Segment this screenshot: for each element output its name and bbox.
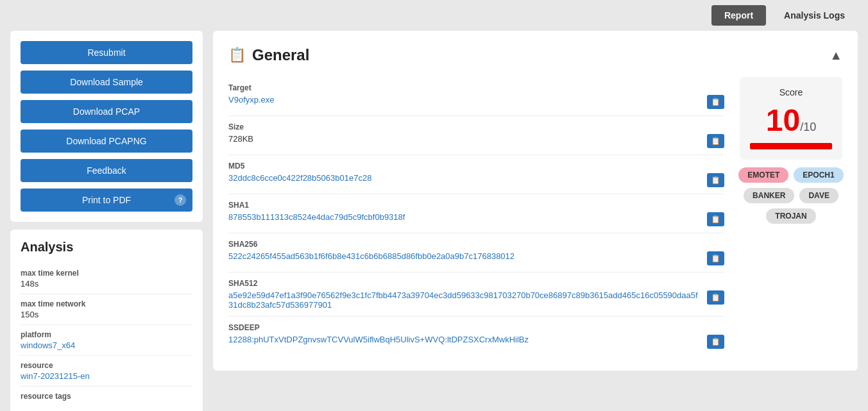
field-value-row: V9ofyxp.exe📋 xyxy=(228,95,724,109)
copy-button[interactable]: 📋 xyxy=(707,173,724,187)
analysis-row: max time kernel148s xyxy=(21,264,192,294)
score-display: 10/10 xyxy=(750,103,832,138)
copy-button[interactable]: 📋 xyxy=(707,251,724,265)
field-row: SHA256522c24265f455ad563b1f6f6b8e431c6b6… xyxy=(228,233,724,273)
field-value-row: 878553b111313c8524e4dac79d5c9fcbf0b9318f… xyxy=(228,212,724,226)
left-panel: ResubmitDownload SampleDownload PCAPDown… xyxy=(10,31,203,411)
analysis-row-label: platform xyxy=(21,330,192,339)
score-label: Score xyxy=(750,87,832,97)
score-value: 10 xyxy=(766,103,800,137)
analysis-logs-button[interactable]: Analysis Logs xyxy=(771,5,858,26)
field-value: 32ddc8c6cce0c422f28b5063b01e7c28 xyxy=(228,173,702,183)
collapse-button[interactable]: ▲ xyxy=(830,48,842,63)
general-card: 📋 General ▲ TargetV9ofyxp.exe📋Size728KB📋… xyxy=(213,31,858,371)
tags-row: BANKERDAVE xyxy=(740,188,842,203)
tags-section: EMOTETEPOCH1BANKERDAVETROJAN xyxy=(740,167,842,224)
download-pcap-button[interactable]: Download PCAP xyxy=(21,100,192,123)
analysis-row: resourcewin7-20231215-en xyxy=(21,356,192,387)
print-to-pdf-button[interactable]: Print to PDF? xyxy=(21,189,192,212)
field-value: 522c24265f455ad563b1f6f6b8e431c6b6b6885d… xyxy=(228,251,702,261)
analysis-row-value: 150s xyxy=(21,310,192,319)
right-panel: 📋 General ▲ TargetV9ofyxp.exe📋Size728KB📋… xyxy=(213,31,858,411)
download-sample-button[interactable]: Download Sample xyxy=(21,71,192,94)
score-box: Score 10/10 xyxy=(740,77,842,160)
field-row: TargetV9ofyxp.exe📋 xyxy=(228,77,724,116)
field-row: MD532ddc8c6cce0c422f28b5063b01e7c28📋 xyxy=(228,155,724,194)
analysis-row-label: max time network xyxy=(21,299,192,308)
field-value-row: 32ddc8c6cce0c422f28b5063b01e7c28📋 xyxy=(228,173,724,187)
field-value: V9ofyxp.exe xyxy=(228,95,702,105)
analysis-row-label: max time kernel xyxy=(21,269,192,278)
analysis-card: Analysis max time kernel148smax time net… xyxy=(10,230,203,411)
download-pcapng-button[interactable]: Download PCAPNG xyxy=(21,130,192,153)
resubmit-button[interactable]: Resubmit xyxy=(21,41,192,64)
field-label: MD5 xyxy=(228,162,724,171)
field-value-row: 728KB📋 xyxy=(228,134,724,148)
field-value-row: 522c24265f455ad563b1f6f6b8e431c6b6b6885d… xyxy=(228,251,724,265)
top-bar: Report Analysis Logs xyxy=(0,0,868,31)
field-value-row: a5e92e59d47ef1a3f90e76562f9e3c1fc7fbb447… xyxy=(228,290,724,310)
analysis-row-label: resource tags xyxy=(21,392,192,401)
field-label: SSDEEP xyxy=(228,323,724,332)
field-row: Size728KB📋 xyxy=(228,116,724,155)
general-title: 📋 General xyxy=(228,46,309,64)
field-value: 12288:phUTxVtDPZgnvswTCVVulW5iflwBqH5Uli… xyxy=(228,335,702,344)
field-value: 728KB xyxy=(228,134,702,144)
score-bar xyxy=(750,143,832,149)
tag-badge: EMOTET xyxy=(738,167,788,183)
copy-button[interactable]: 📋 xyxy=(707,335,724,349)
help-icon[interactable]: ? xyxy=(174,194,186,206)
score-section: Score 10/10 EMOTETEPOCH1BANKERDAVETROJAN xyxy=(740,77,842,355)
tags-row: EMOTETEPOCH1 xyxy=(740,167,842,183)
tag-badge: TROJAN xyxy=(766,208,815,224)
analysis-row-value[interactable]: win7-20231215-en xyxy=(21,371,192,381)
field-row: SHA1878553b111313c8524e4dac79d5c9fcbf0b9… xyxy=(228,194,724,233)
field-label: SHA512 xyxy=(228,279,724,288)
main-layout: ResubmitDownload SampleDownload PCAPDown… xyxy=(0,31,868,411)
copy-button[interactable]: 📋 xyxy=(707,95,724,109)
analysis-row: platformwindows7_x64 xyxy=(21,325,192,356)
action-card: ResubmitDownload SampleDownload PCAPDown… xyxy=(10,31,203,222)
feedback-button[interactable]: Feedback xyxy=(21,159,192,182)
field-label: Size xyxy=(228,122,724,131)
field-value: 878553b111313c8524e4dac79d5c9fcbf0b9318f xyxy=(228,212,702,222)
analysis-title: Analysis xyxy=(21,240,192,255)
analysis-row-label: resource xyxy=(21,361,192,370)
analysis-row-value[interactable]: windows7_x64 xyxy=(21,340,192,350)
tag-badge: DAVE xyxy=(799,188,838,203)
score-max: /10 xyxy=(800,121,816,133)
analysis-row: max time network150s xyxy=(21,294,192,325)
field-row: SHA512a5e92e59d47ef1a3f90e76562f9e3c1fc7… xyxy=(228,273,724,317)
field-label: SHA256 xyxy=(228,240,724,249)
analysis-rows: max time kernel148smax time network150sp… xyxy=(21,264,192,407)
copy-button[interactable]: 📋 xyxy=(707,212,724,226)
tag-badge: EPOCH1 xyxy=(794,167,843,183)
tag-badge: BANKER xyxy=(744,188,794,203)
general-icon: 📋 xyxy=(228,47,246,63)
field-label: SHA1 xyxy=(228,201,724,210)
field-value: a5e92e59d47ef1a3f90e76562f9e3c1fc7fbb447… xyxy=(228,290,702,310)
report-button[interactable]: Report xyxy=(711,5,766,26)
field-row: SSDEEP12288:phUTxVtDPZgnvswTCVVulW5iflwB… xyxy=(228,317,724,355)
tags-row: TROJAN xyxy=(740,208,842,224)
general-title-text: General xyxy=(252,46,309,64)
general-header: 📋 General ▲ xyxy=(228,46,842,64)
copy-button[interactable]: 📋 xyxy=(707,290,724,305)
copy-button[interactable]: 📋 xyxy=(707,134,724,148)
fields-section: TargetV9ofyxp.exe📋Size728KB📋MD532ddc8c6c… xyxy=(228,77,724,355)
field-label: Target xyxy=(228,83,724,92)
analysis-row-value: 148s xyxy=(21,279,192,289)
field-value-row: 12288:phUTxVtDPZgnvswTCVVulW5iflwBqH5Uli… xyxy=(228,335,724,349)
general-content: TargetV9ofyxp.exe📋Size728KB📋MD532ddc8c6c… xyxy=(228,77,842,355)
analysis-row: resource tags xyxy=(21,387,192,407)
